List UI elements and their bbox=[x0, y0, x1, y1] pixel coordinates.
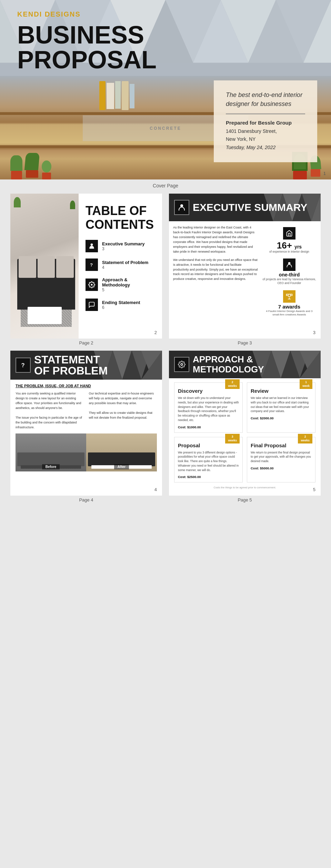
brand-name: KENDI DESIGNS bbox=[17, 10, 81, 18]
exec-page-number: 3 bbox=[313, 330, 315, 335]
exec-stat-3: 7 awards 4 Faulini Interior Design Award… bbox=[262, 290, 317, 317]
approach-grid: 2 weeks Discovery We sit down with you t… bbox=[174, 382, 315, 482]
toc-item-1-page: 3 bbox=[102, 246, 155, 251]
sop-subheading: THE PROBLEM, ISSUE, OR JOB AT HAND bbox=[16, 384, 157, 388]
cover-title-heading: BUSINESS PROPOSAL bbox=[17, 22, 157, 72]
stat-1-value: 16+ yrs bbox=[262, 241, 317, 250]
page-2-col: TABLE OF CONTENTS Executive Summary 3 ? bbox=[10, 194, 162, 339]
approach-gear-icon bbox=[178, 361, 185, 368]
cover-prepared: Prepared for Bessle Group 1401 Danesbury… bbox=[226, 118, 305, 152]
discovery-weeks-badge: 2 weeks bbox=[225, 379, 240, 389]
toc-icon-gear bbox=[86, 279, 98, 291]
cover-brand: KENDI DESIGNS bbox=[17, 10, 81, 18]
toc-item-1: Executive Summary 3 bbox=[86, 240, 155, 252]
toc-right-panel: TABLE OF CONTENTS Executive Summary 3 ? bbox=[79, 194, 162, 339]
exec-person-icon bbox=[178, 203, 186, 212]
page-4-label: Page 4 bbox=[10, 497, 162, 503]
toc-item-2: ? Statement of Problem 4 bbox=[86, 259, 155, 271]
discovery-text: We sit down with you to understand your … bbox=[178, 396, 239, 422]
toc-icon-question: ? bbox=[86, 259, 98, 271]
sop-body: THE PROBLEM, ISSUE, OR JOB AT HAND You a… bbox=[10, 380, 162, 476]
page-3-label: Page 3 bbox=[169, 340, 321, 345]
question-icon: ? bbox=[88, 261, 95, 268]
svg-text:?: ? bbox=[90, 262, 93, 267]
sop-columns: You are currently seeking a qualified in… bbox=[16, 391, 157, 430]
toc-icon-person bbox=[86, 240, 98, 252]
toc-item-3-text: Approach & Methodology 5 bbox=[102, 277, 155, 292]
before-panel: Before bbox=[16, 433, 86, 471]
final-weeks-badge: 2 weeks bbox=[298, 434, 312, 443]
exec-stats: 16+ yrs of experience in interior design… bbox=[262, 225, 317, 317]
svg-point-22 bbox=[288, 262, 291, 265]
exec-title-text: EXECUTIVE SUMMARY bbox=[193, 202, 307, 213]
speech-icon bbox=[88, 301, 95, 308]
svg-point-38 bbox=[181, 363, 183, 365]
approach-caption: Costs the things to be agreed prior to c… bbox=[174, 486, 315, 489]
sop-col2: Our technical expertise and in-house eng… bbox=[89, 391, 157, 430]
exec-para2: We understand that not only do you need … bbox=[173, 258, 258, 282]
trophy-icon-box bbox=[283, 290, 295, 303]
svg-point-13 bbox=[91, 244, 93, 246]
cover-prepared-label: Prepared for Bessle Group bbox=[226, 120, 292, 126]
after-panel: After bbox=[86, 433, 157, 471]
review-cost: Cost: $2000.00 bbox=[251, 416, 312, 420]
gear-icon bbox=[88, 281, 95, 288]
house-icon-box bbox=[283, 227, 295, 240]
sop-page-container: ? STATEMENT OF PROBLEM THE PROBLEM, ISSU… bbox=[10, 351, 162, 496]
final-text: We return to present the final design pr… bbox=[251, 450, 312, 464]
toc-item-2-page: 4 bbox=[102, 265, 155, 270]
toc-item-1-text: Executive Summary 3 bbox=[102, 241, 155, 251]
sop-icon-box: ? bbox=[16, 358, 31, 373]
trophy-icon bbox=[286, 293, 293, 300]
house-icon bbox=[286, 230, 293, 237]
sop-question-icon: ? bbox=[19, 361, 27, 369]
toc-item-2-text: Statement of Problem 4 bbox=[102, 260, 155, 270]
toc-item-2-name: Statement of Problem bbox=[102, 260, 155, 265]
exec-para1: As the leading interior designer on the … bbox=[173, 225, 258, 254]
pages-row-2-3-labels: Page 2 Page 3 bbox=[0, 339, 331, 351]
approach-header: APPROACH & METHODOLOGY bbox=[169, 351, 321, 378]
stat-2-label: of projects are lead by Vanessa Klemore,… bbox=[262, 277, 317, 285]
after-label: After bbox=[114, 464, 129, 469]
cover-date: Tuesday, May 24, 2022 bbox=[226, 145, 275, 150]
page-5-col: APPROACH & METHODOLOGY 2 weeks Discovery… bbox=[169, 351, 321, 496]
proposal-cost: Cost: $2500.00 bbox=[178, 475, 239, 479]
exec-stat-2: one-third of projects are lead by Vaness… bbox=[262, 259, 317, 285]
approach-card-final: 2 weeks Final Proposal We return to pres… bbox=[247, 437, 315, 483]
review-text: We take what we've learned in our interv… bbox=[251, 396, 312, 413]
stat-3-value: 7 awards bbox=[262, 304, 317, 310]
approach-card-proposal: 3 weeks Proposal We present to you 3 dif… bbox=[174, 437, 243, 483]
pages-row-2-3: TABLE OF CONTENTS Executive Summary 3 ? bbox=[0, 194, 331, 339]
cover-page-number: 1 bbox=[323, 171, 326, 176]
toc-item-3-name: Approach & Methodology bbox=[102, 277, 155, 287]
toc-title: TABLE OF CONTENTS bbox=[86, 204, 155, 231]
approach-card-review: 1 week Review We take what we've learned… bbox=[247, 382, 315, 433]
cover-label: Cover Page bbox=[0, 179, 331, 194]
toc-item-4-page: 6 bbox=[102, 305, 155, 310]
cover-tagline: The best end-to-end interior designer fo… bbox=[226, 91, 305, 108]
toc-page-number: 2 bbox=[154, 330, 157, 335]
page-3-col: EXECUTIVE SUMMARY As the leading interio… bbox=[169, 194, 321, 339]
stat-3-label: 4 Faulini Interior Design Awards and 3 s… bbox=[262, 310, 317, 317]
toc-item-4: Ending Statement 6 bbox=[86, 299, 155, 311]
svg-text:?: ? bbox=[21, 362, 25, 368]
approach-icon-box bbox=[174, 357, 189, 372]
sop-col1: You are currently seeking a qualified in… bbox=[16, 391, 84, 430]
toc-item-4-name: Ending Statement bbox=[102, 300, 155, 305]
approach-page-container: APPROACH & METHODOLOGY 2 weeks Discovery… bbox=[169, 351, 321, 496]
exec-stat-1: 16+ yrs of experience in interior design bbox=[262, 227, 317, 254]
svg-point-21 bbox=[180, 204, 183, 207]
sop-page-number: 4 bbox=[154, 487, 157, 492]
person-icon-box-2 bbox=[283, 259, 295, 271]
page-4-col: ? STATEMENT OF PROBLEM THE PROBLEM, ISSU… bbox=[10, 351, 162, 496]
exec-body: As the leading interior designer on the … bbox=[169, 221, 321, 321]
before-after-container: Before After bbox=[16, 433, 157, 471]
approach-body: 2 weeks Discovery We sit down with you t… bbox=[169, 378, 321, 493]
exec-icon-box bbox=[174, 200, 189, 215]
toc-page-container: TABLE OF CONTENTS Executive Summary 3 ? bbox=[10, 194, 162, 339]
cover-title: BUSINESS PROPOSAL bbox=[17, 22, 157, 72]
toc-item-3: Approach & Methodology 5 bbox=[86, 277, 155, 292]
cover-info-box: The best end-to-end interior designer fo… bbox=[214, 80, 317, 162]
cover-page: CONCRETE bbox=[0, 0, 331, 179]
cover-divider bbox=[226, 114, 305, 114]
